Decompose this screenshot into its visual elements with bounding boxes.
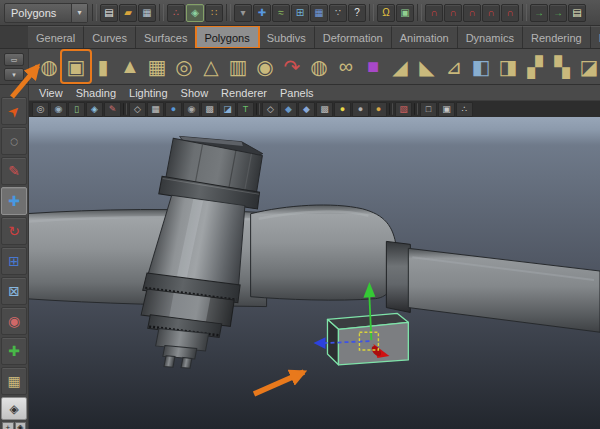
tab-subdivs[interactable]: Subdivs [259, 26, 315, 48]
open-scene-icon[interactable]: ▰ [119, 4, 137, 22]
shelf-curve-to-poly-icon[interactable]: ↷ [279, 52, 305, 81]
paint-select-tool[interactable]: ✎ [1, 157, 27, 185]
tab-general[interactable]: General [28, 26, 84, 48]
tab-animation[interactable]: Animation [392, 26, 458, 48]
menu-renderer[interactable]: Renderer [221, 87, 267, 99]
snap-live-icon[interactable]: ∩ [501, 4, 519, 22]
shelf-boolean-icon[interactable]: ◨ [495, 52, 521, 81]
chevron-down-icon[interactable]: ▾ [71, 4, 87, 22]
snap-grid-icon[interactable]: ∩ [425, 4, 443, 22]
select-hierarchy-icon[interactable]: ∴ [167, 4, 185, 22]
tab-surfaces[interactable]: Surfaces [136, 26, 196, 48]
no-lights-icon[interactable]: ● [352, 102, 369, 117]
shelf-extrude-icon[interactable]: ⊿ [441, 52, 467, 81]
viewport-canvas[interactable] [29, 117, 600, 429]
shelf-poly-cylinder-icon[interactable]: ▮ [90, 52, 116, 81]
tab-rendering[interactable]: Rendering [523, 26, 591, 48]
select-points-icon[interactable]: ✚ [253, 4, 271, 22]
render-globals-icon[interactable]: ▩ [316, 102, 333, 117]
wire-cube-icon[interactable]: ◇ [262, 102, 279, 117]
camera-attributes-icon[interactable]: ▯ [68, 102, 85, 117]
shelf-tab-button[interactable]: ▭ [4, 53, 24, 66]
single-pane-layout-button[interactable]: ◈ [1, 397, 27, 420]
tab-polygons[interactable]: Polygons [196, 26, 258, 48]
input-connections-icon[interactable]: → [530, 4, 548, 22]
shelf-poly-plane-icon[interactable]: ▦ [144, 52, 170, 81]
select-curves-icon[interactable]: ≈ [272, 4, 290, 22]
shelf-merge-icon[interactable]: ▚ [549, 52, 575, 81]
shelf-bevel-icon[interactable]: ◣ [414, 52, 440, 81]
output-connections-icon[interactable]: → [549, 4, 567, 22]
shelf-combine-icon[interactable]: ∞ [333, 52, 359, 81]
select-object-icon[interactable]: ◈ [186, 4, 204, 22]
help-icon[interactable]: ? [348, 4, 366, 22]
tab-curves[interactable]: Curves [84, 26, 136, 48]
default-light-icon[interactable]: ● [370, 102, 387, 117]
shelf-smooth-icon[interactable]: ◍ [306, 52, 332, 81]
menu-shading[interactable]: Shading [76, 87, 116, 99]
layout-cell[interactable]: + [2, 422, 14, 429]
notes-icon[interactable]: ▤ [568, 4, 586, 22]
select-component-icon[interactable]: ∷ [205, 4, 223, 22]
shelf-sculpt-icon[interactable]: ◧ [468, 52, 494, 81]
shaded-icon[interactable]: ● [165, 102, 182, 117]
rotate-tool[interactable]: ↻ [1, 217, 27, 245]
last-tool-poly-cube[interactable]: ▦ [1, 367, 27, 395]
show-manipulator-tool[interactable]: ✚ [1, 337, 27, 365]
shelf-poly-platonic-icon[interactable]: ◉ [252, 52, 278, 81]
wireframe-icon[interactable]: ◇ [129, 102, 146, 117]
menu-panels[interactable]: Panels [280, 87, 314, 99]
xray-active-icon[interactable]: ▣ [438, 102, 455, 117]
mask-dropdown-icon[interactable]: ▾ [234, 4, 252, 22]
snap-curve-icon[interactable]: ∩ [444, 4, 462, 22]
shelf-split-icon[interactable]: ▞ [522, 52, 548, 81]
lock-icon[interactable]: Ω [377, 4, 395, 22]
select-surfaces-icon[interactable]: ⊞ [291, 4, 309, 22]
menu-lighting[interactable]: Lighting [129, 87, 168, 99]
shelf-poly-sphere-icon[interactable]: ◍ [36, 52, 62, 81]
xray-icon[interactable]: □ [420, 102, 437, 117]
lasso-select-tool[interactable]: ◌ [1, 127, 27, 155]
shelf-wedge-icon[interactable]: ◪ [576, 52, 600, 81]
flat-shade-icon[interactable]: ◉ [183, 102, 200, 117]
textured-cube-icon[interactable]: ◆ [298, 102, 315, 117]
shaded-cube-icon[interactable]: ◆ [280, 102, 297, 117]
select-dynamics-icon[interactable]: ∵ [329, 4, 347, 22]
menu-set-dropdown[interactable]: Polygons ▾ [4, 3, 88, 23]
menu-show[interactable]: Show [181, 87, 209, 99]
points-icon[interactable]: ◪ [219, 102, 236, 117]
select-camera-icon[interactable]: ◎ [32, 102, 49, 117]
shelf-mirror-icon[interactable]: ◢ [387, 52, 413, 81]
shelf-poly-cube-icon[interactable]: ▣ [63, 52, 89, 81]
shelf-poly-cone-icon[interactable]: ▲ [117, 52, 143, 81]
shelf-poly-pyramid-icon[interactable]: △ [198, 52, 224, 81]
textured-icon[interactable]: T [237, 102, 254, 117]
move-tool[interactable]: ✚ [1, 187, 27, 215]
new-scene-icon[interactable]: ▤ [100, 4, 118, 22]
image-plane-icon[interactable]: ✎ [104, 102, 121, 117]
shelf-menu-button[interactable]: ▾ [4, 68, 24, 81]
selected-poly-cube[interactable] [327, 313, 408, 364]
highlight-selection-icon[interactable]: ▣ [396, 4, 414, 22]
four-pane-layout-button[interactable]: + ◈ + + [2, 422, 26, 429]
shelf-poly-pipe-icon[interactable]: ▥ [225, 52, 251, 81]
snap-plane-icon[interactable]: ∩ [482, 4, 500, 22]
tab-painteffects[interactable]: PaintEffects [591, 26, 600, 48]
tab-deformation[interactable]: Deformation [315, 26, 392, 48]
smooth-shade-icon[interactable]: ▦ [147, 102, 164, 117]
select-deformers-icon[interactable]: ▦ [310, 4, 328, 22]
menu-view[interactable]: View [39, 87, 63, 99]
soft-modification-tool[interactable]: ◉ [1, 307, 27, 335]
universal-manipulator-tool[interactable]: ⊠ [1, 277, 27, 305]
bookmark-icon[interactable]: ◈ [86, 102, 103, 117]
lock-camera-icon[interactable]: ◉ [50, 102, 67, 117]
save-scene-icon[interactable]: ▦ [138, 4, 156, 22]
select-tool[interactable]: ➤ [1, 97, 27, 125]
tab-dynamics[interactable]: Dynamics [458, 26, 523, 48]
connections-icon[interactable]: ∴ [456, 102, 473, 117]
shelf-poly-torus-icon[interactable]: ◎ [171, 52, 197, 81]
all-lights-icon[interactable]: ● [334, 102, 351, 117]
bounding-box-icon[interactable]: ▩ [201, 102, 218, 117]
isolate-select-icon[interactable]: ▧ [395, 102, 412, 117]
shelf-subdiv-proxy-icon[interactable]: ■ [360, 52, 386, 81]
